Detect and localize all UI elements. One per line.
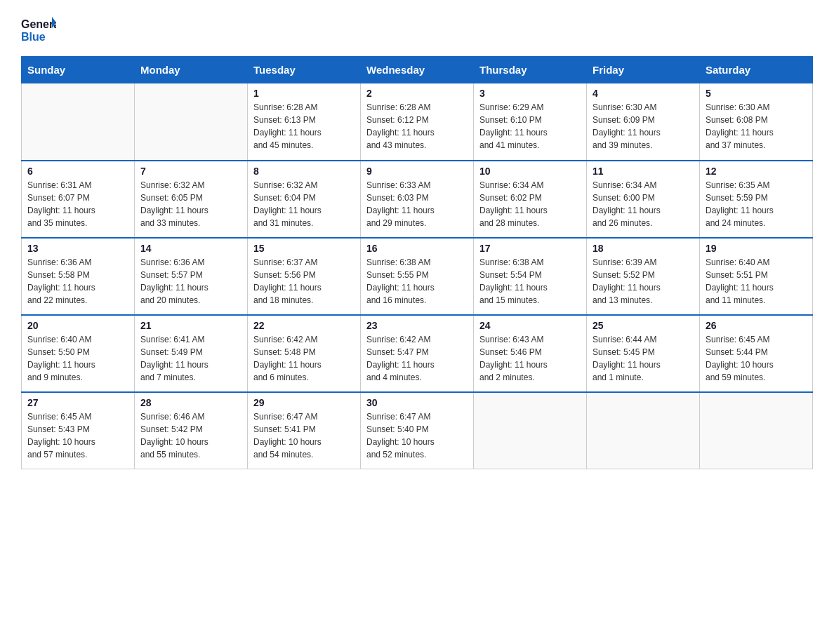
day-info: Sunrise: 6:30 AM Sunset: 6:09 PM Dayligh… (593, 101, 694, 152)
calendar-table: SundayMondayTuesdayWednesdayThursdayFrid… (21, 56, 813, 469)
day-info: Sunrise: 6:45 AM Sunset: 5:44 PM Dayligh… (706, 333, 807, 384)
calendar-week-row: 27Sunrise: 6:45 AM Sunset: 5:43 PM Dayli… (22, 392, 813, 469)
day-info: Sunrise: 6:29 AM Sunset: 6:10 PM Dayligh… (479, 101, 581, 152)
day-of-week-header: Thursday (474, 57, 587, 83)
day-info: Sunrise: 6:32 AM Sunset: 6:05 PM Dayligh… (140, 179, 241, 229)
calendar-week-row: 1Sunrise: 6:28 AM Sunset: 6:13 PM Daylig… (22, 83, 813, 161)
calendar-day-cell: 26Sunrise: 6:45 AM Sunset: 5:44 PM Dayli… (700, 315, 813, 392)
day-number: 27 (27, 397, 128, 408)
calendar-day-cell: 4Sunrise: 6:30 AM Sunset: 6:09 PM Daylig… (587, 83, 700, 161)
day-number: 23 (366, 320, 468, 331)
calendar-day-cell: 11Sunrise: 6:34 AM Sunset: 6:00 PM Dayli… (587, 161, 700, 238)
day-number: 13 (27, 243, 128, 254)
calendar-day-cell: 3Sunrise: 6:29 AM Sunset: 6:10 PM Daylig… (474, 83, 587, 161)
day-number: 26 (706, 320, 807, 331)
day-info: Sunrise: 6:33 AM Sunset: 6:03 PM Dayligh… (366, 179, 468, 229)
day-number: 11 (593, 166, 694, 177)
svg-text:Blue: Blue (21, 31, 46, 43)
calendar-day-cell: 23Sunrise: 6:42 AM Sunset: 5:47 PM Dayli… (361, 315, 474, 392)
day-info: Sunrise: 6:44 AM Sunset: 5:45 PM Dayligh… (593, 333, 694, 384)
day-info: Sunrise: 6:41 AM Sunset: 5:49 PM Dayligh… (140, 333, 241, 384)
calendar-day-cell: 12Sunrise: 6:35 AM Sunset: 5:59 PM Dayli… (700, 161, 813, 238)
calendar-day-cell: 29Sunrise: 6:47 AM Sunset: 5:41 PM Dayli… (248, 392, 361, 469)
day-number: 29 (253, 397, 355, 408)
day-info: Sunrise: 6:38 AM Sunset: 5:54 PM Dayligh… (479, 256, 581, 307)
calendar-day-cell: 8Sunrise: 6:32 AM Sunset: 6:04 PM Daylig… (248, 161, 361, 238)
calendar-day-cell: 16Sunrise: 6:38 AM Sunset: 5:55 PM Dayli… (361, 238, 474, 315)
day-number: 21 (140, 320, 241, 331)
day-info: Sunrise: 6:46 AM Sunset: 5:42 PM Dayligh… (140, 410, 241, 461)
day-info: Sunrise: 6:45 AM Sunset: 5:43 PM Dayligh… (27, 410, 128, 461)
calendar-week-row: 6Sunrise: 6:31 AM Sunset: 6:07 PM Daylig… (22, 161, 813, 238)
day-number: 16 (366, 243, 468, 254)
day-of-week-header: Wednesday (361, 57, 474, 83)
day-number: 22 (253, 320, 355, 331)
day-number: 9 (366, 166, 468, 177)
day-of-week-header: Friday (587, 57, 700, 83)
day-number: 8 (253, 166, 355, 177)
page-header: General Blue (21, 14, 813, 49)
day-info: Sunrise: 6:35 AM Sunset: 5:59 PM Dayligh… (706, 179, 807, 229)
calendar-day-cell (700, 392, 813, 469)
calendar-day-cell: 9Sunrise: 6:33 AM Sunset: 6:03 PM Daylig… (361, 161, 474, 238)
calendar-day-cell: 14Sunrise: 6:36 AM Sunset: 5:57 PM Dayli… (135, 238, 248, 315)
calendar-week-row: 20Sunrise: 6:40 AM Sunset: 5:50 PM Dayli… (22, 315, 813, 392)
day-info: Sunrise: 6:42 AM Sunset: 5:47 PM Dayligh… (366, 333, 468, 384)
day-number: 15 (253, 243, 355, 254)
day-info: Sunrise: 6:36 AM Sunset: 5:58 PM Dayligh… (27, 256, 128, 307)
day-of-week-header: Sunday (22, 57, 135, 83)
calendar-week-row: 13Sunrise: 6:36 AM Sunset: 5:58 PM Dayli… (22, 238, 813, 315)
day-of-week-header: Saturday (700, 57, 813, 83)
calendar-day-cell: 10Sunrise: 6:34 AM Sunset: 6:02 PM Dayli… (474, 161, 587, 238)
calendar-day-cell: 7Sunrise: 6:32 AM Sunset: 6:05 PM Daylig… (135, 161, 248, 238)
calendar-day-cell: 6Sunrise: 6:31 AM Sunset: 6:07 PM Daylig… (22, 161, 135, 238)
calendar-day-cell: 18Sunrise: 6:39 AM Sunset: 5:52 PM Dayli… (587, 238, 700, 315)
day-number: 4 (593, 88, 694, 99)
day-info: Sunrise: 6:28 AM Sunset: 6:13 PM Dayligh… (253, 101, 355, 152)
day-number: 20 (27, 320, 128, 331)
day-number: 6 (27, 166, 128, 177)
day-info: Sunrise: 6:40 AM Sunset: 5:50 PM Dayligh… (27, 333, 128, 384)
logo: General Blue (21, 14, 56, 49)
day-number: 7 (140, 166, 241, 177)
day-info: Sunrise: 6:42 AM Sunset: 5:48 PM Dayligh… (253, 333, 355, 384)
day-number: 5 (706, 88, 807, 99)
day-number: 1 (253, 88, 355, 99)
day-info: Sunrise: 6:47 AM Sunset: 5:41 PM Dayligh… (253, 410, 355, 461)
day-info: Sunrise: 6:34 AM Sunset: 6:00 PM Dayligh… (593, 179, 694, 229)
day-number: 2 (366, 88, 468, 99)
calendar-day-cell: 5Sunrise: 6:30 AM Sunset: 6:08 PM Daylig… (700, 83, 813, 161)
calendar-day-cell: 2Sunrise: 6:28 AM Sunset: 6:12 PM Daylig… (361, 83, 474, 161)
calendar-day-cell: 20Sunrise: 6:40 AM Sunset: 5:50 PM Dayli… (22, 315, 135, 392)
calendar-day-cell: 21Sunrise: 6:41 AM Sunset: 5:49 PM Dayli… (135, 315, 248, 392)
day-info: Sunrise: 6:39 AM Sunset: 5:52 PM Dayligh… (593, 256, 694, 307)
calendar-day-cell (135, 83, 248, 161)
day-number: 3 (479, 88, 581, 99)
logo-icon: General Blue (21, 14, 56, 49)
day-info: Sunrise: 6:40 AM Sunset: 5:51 PM Dayligh… (706, 256, 807, 307)
calendar-day-cell: 25Sunrise: 6:44 AM Sunset: 5:45 PM Dayli… (587, 315, 700, 392)
calendar-day-cell (474, 392, 587, 469)
day-number: 28 (140, 397, 241, 408)
calendar-day-cell: 15Sunrise: 6:37 AM Sunset: 5:56 PM Dayli… (248, 238, 361, 315)
day-of-week-header: Tuesday (248, 57, 361, 83)
calendar-day-cell: 19Sunrise: 6:40 AM Sunset: 5:51 PM Dayli… (700, 238, 813, 315)
calendar-day-cell: 13Sunrise: 6:36 AM Sunset: 5:58 PM Dayli… (22, 238, 135, 315)
day-number: 19 (706, 243, 807, 254)
calendar-day-cell: 22Sunrise: 6:42 AM Sunset: 5:48 PM Dayli… (248, 315, 361, 392)
calendar-day-cell: 30Sunrise: 6:47 AM Sunset: 5:40 PM Dayli… (361, 392, 474, 469)
day-number: 24 (479, 320, 581, 331)
calendar-day-cell: 1Sunrise: 6:28 AM Sunset: 6:13 PM Daylig… (248, 83, 361, 161)
day-number: 14 (140, 243, 241, 254)
day-info: Sunrise: 6:43 AM Sunset: 5:46 PM Dayligh… (479, 333, 581, 384)
day-info: Sunrise: 6:30 AM Sunset: 6:08 PM Dayligh… (706, 101, 807, 152)
day-number: 10 (479, 166, 581, 177)
day-info: Sunrise: 6:38 AM Sunset: 5:55 PM Dayligh… (366, 256, 468, 307)
day-number: 25 (593, 320, 694, 331)
days-header-row: SundayMondayTuesdayWednesdayThursdayFrid… (22, 57, 813, 83)
day-info: Sunrise: 6:31 AM Sunset: 6:07 PM Dayligh… (27, 179, 128, 229)
day-info: Sunrise: 6:32 AM Sunset: 6:04 PM Dayligh… (253, 179, 355, 229)
svg-text:General: General (21, 18, 56, 30)
day-number: 17 (479, 243, 581, 254)
calendar-day-cell: 28Sunrise: 6:46 AM Sunset: 5:42 PM Dayli… (135, 392, 248, 469)
